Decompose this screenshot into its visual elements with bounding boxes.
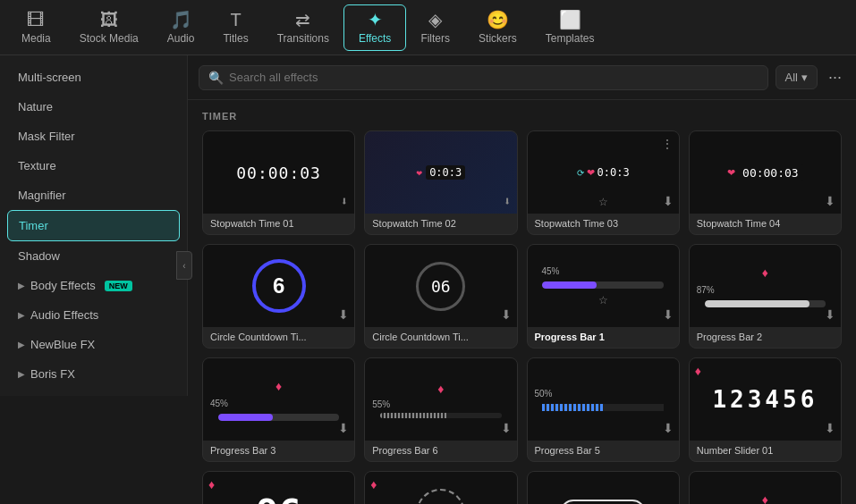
filter-chevron-icon: ▾ — [801, 71, 808, 84]
nav-titles[interactable]: T Titles — [208, 5, 262, 50]
progress-bar-3-visual — [218, 414, 339, 421]
filters-icon: ◈ — [428, 11, 442, 29]
star-icon-03[interactable]: ☆ — [598, 196, 608, 208]
nav-filters-label: Filters — [420, 32, 450, 45]
nav-effects-label: Effects — [359, 32, 391, 45]
card-label-progress-6: Progress Bar 6 — [365, 441, 516, 461]
download-icon-p2[interactable]: ⬇ — [825, 307, 835, 322]
sidebar-item-audio-effects-label: Audio Effects — [30, 308, 98, 322]
card-progress-8[interactable]: ♦ 80% ⬇ Progress Bar 8 — [689, 471, 842, 504]
card-stopwatch-02[interactable]: ❤ 0:0:3 ⬇ Stopwatch Time 02 — [364, 130, 517, 235]
effects-grid: 00:00:03 ⬇ Stopwatch Time 01 ❤ 0:0:3 ⬇ S… — [202, 130, 842, 504]
nav-stock-media[interactable]: 🖼 Stock Media — [65, 5, 153, 50]
sidebar-item-body-effects[interactable]: ▶ Body Effects NEW — [0, 271, 187, 300]
media-icon: 🎞 — [27, 11, 45, 29]
card-circle-02[interactable]: 06 ⬇ Circle Countdown Ti... — [364, 244, 517, 349]
card-stopwatch-04[interactable]: ❤ 00:00:03 ⬇ Stopwatch Time 04 — [689, 130, 842, 235]
newblue-arrow: ▶ — [18, 340, 25, 349]
flip-counter-visual: 96 — [247, 491, 310, 505]
card-thumb-progress-5: 50% ⬇ — [528, 358, 679, 441]
number-slider-visual: 123456 — [712, 386, 818, 413]
card-flip-counter[interactable]: ♦ 96 ⬇ Flip Counter 02 — [202, 471, 355, 504]
transitions-icon: ⇄ — [295, 11, 310, 29]
nav-filters[interactable]: ◈ Filters — [406, 5, 464, 50]
download-icon-c1[interactable]: ⬇ — [338, 307, 349, 322]
card-number-slider[interactable]: ♦ 123456 ⬇ Number Slider 01 — [689, 357, 842, 462]
card-progress-5[interactable]: 50% ⬇ Progress Bar 5 — [527, 357, 680, 462]
gem-icon-fc: ♦ — [208, 477, 215, 491]
sidebar: Multi-screen Nature Mask Filter Texture … — [0, 55, 188, 396]
card-stopwatch-03[interactable]: ⟳ ❤ 0:0:3 ☆ ⋮ ⬇ Stopwatch Time 03 — [527, 130, 680, 235]
card-thumb-progress-8: ♦ 80% ⬇ — [690, 472, 841, 504]
download-icon-03[interactable]: ⬇ — [663, 194, 674, 208]
templates-icon: ⬜ — [559, 11, 581, 29]
download-icon-p6[interactable]: ⬇ — [501, 421, 512, 435]
download-icon-ns[interactable]: ⬇ — [825, 421, 835, 435]
sidebar-item-boris-label: Boris FX — [30, 367, 75, 381]
search-input[interactable] — [229, 71, 759, 84]
sidebar-item-texture[interactable]: Texture — [0, 151, 187, 181]
card-circle-t3[interactable]: ♦ 00:16 ⬇ Circle Countdown Ti... — [364, 471, 517, 504]
nav-effects[interactable]: ✦ Effects — [343, 4, 406, 51]
download-icon[interactable]: ⬇ — [341, 194, 349, 208]
sidebar-item-audio-effects[interactable]: ▶ Audio Effects — [0, 300, 187, 330]
card-thumb-stopwatch-04: ❤ 00:00:03 ⬇ — [690, 131, 841, 214]
download-icon-c2[interactable]: ⬇ — [501, 307, 512, 322]
circle-countdown-02-visual: 06 — [416, 262, 465, 311]
gem-icon-ct3: ♦ — [370, 477, 377, 491]
nav-audio[interactable]: 🎵 Audio — [153, 5, 209, 50]
star-icon-p1[interactable]: ☆ — [598, 294, 608, 307]
card-progress-1[interactable]: 45% ☆ ⬇ Progress Bar 1 — [527, 244, 680, 349]
sidebar-item-newblue-fx[interactable]: ▶ NewBlue FX — [0, 330, 187, 359]
sidebar-item-magnifier[interactable]: Magnifier — [0, 181, 187, 210]
search-bar: 🔍 All ▾ ··· — [188, 55, 856, 100]
download-icon-02[interactable]: ⬇ — [504, 194, 511, 208]
search-input-wrap[interactable]: 🔍 — [199, 65, 768, 90]
sidebar-wrapper: Multi-screen Nature Mask Filter Texture … — [0, 55, 188, 504]
download-icon-04[interactable]: ⬇ — [825, 194, 835, 208]
stock-media-icon: 🖼 — [100, 11, 118, 29]
nav-transitions[interactable]: ⇄ Transitions — [263, 5, 343, 50]
card-label-circle-02: Circle Countdown Ti... — [365, 327, 516, 348]
more-icon-03[interactable]: ⋮ — [661, 137, 674, 151]
gem-icon-ns: ♦ — [695, 364, 701, 378]
card-progress-6[interactable]: ♦ 55% ⬇ Progress Bar 6 — [364, 357, 517, 462]
card-progress-2[interactable]: ♦ 87% ⬇ Progress Bar 2 — [689, 244, 842, 349]
card-label-circle-01: Circle Countdown Ti... — [203, 327, 354, 348]
card-label-progress-2: Progress Bar 2 — [690, 327, 841, 348]
filter-label: All — [785, 71, 798, 84]
sidebar-item-timer-label: Timer — [19, 219, 48, 232]
card-thumb-circle-02: 06 ⬇ — [365, 245, 516, 327]
card-stopwatch-01[interactable]: 00:00:03 ⬇ Stopwatch Time 01 — [202, 130, 355, 235]
stickers-icon: 😊 — [487, 11, 509, 29]
gem-icon-p6: ♦ — [437, 382, 444, 396]
download-icon-p1[interactable]: ⬇ — [663, 307, 674, 322]
card-thumb-progress-2: ♦ 87% ⬇ — [690, 245, 841, 327]
nav-templates[interactable]: ⬜ Templates — [531, 5, 609, 50]
download-icon-p3[interactable]: ⬇ — [338, 421, 349, 435]
card-thumb-progress-1: 45% ☆ ⬇ — [528, 245, 679, 327]
nav-titles-label: Titles — [223, 32, 248, 45]
sidebar-item-timer[interactable]: Timer — [7, 210, 180, 241]
sidebar-collapse-button[interactable]: ‹ — [176, 251, 192, 280]
sidebar-item-texture-label: Texture — [18, 159, 56, 172]
filter-dropdown-button[interactable]: All ▾ — [775, 65, 818, 89]
card-circle-01[interactable]: 6 ⬇ Circle Countdown Ti... — [202, 244, 355, 349]
nav-media[interactable]: 🎞 Media — [7, 5, 65, 50]
main-body: Multi-screen Nature Mask Filter Texture … — [0, 55, 856, 504]
grid-area: TIMER 00:00:03 ⬇ Stopwatch Time 01 ❤ 0 — [188, 100, 856, 504]
nav-stickers[interactable]: 😊 Stickers — [464, 5, 531, 50]
more-options-button[interactable]: ··· — [825, 64, 845, 90]
card-thumb-capsule-timer: 00:59:99 ⬇ — [528, 472, 679, 504]
download-icon-p5[interactable]: ⬇ — [663, 421, 674, 435]
sidebar-item-shadow[interactable]: Shadow — [0, 241, 187, 271]
sidebar-item-multi-screen[interactable]: Multi-screen — [0, 63, 187, 92]
card-label-stopwatch-02: Stopwatch Time 02 — [365, 214, 516, 234]
card-thumb-stopwatch-03: ⟳ ❤ 0:0:3 ☆ ⋮ ⬇ — [528, 131, 679, 214]
card-capsule-timer[interactable]: 00:59:99 ⬇ Capsule Shape Timer 01 — [527, 471, 680, 504]
card-thumb-progress-3: ♦ 45% ⬇ — [203, 358, 354, 441]
sidebar-item-nature[interactable]: Nature — [0, 92, 187, 122]
card-progress-3[interactable]: ♦ 45% ⬇ Progress Bar 3 — [202, 357, 355, 462]
sidebar-item-mask-filter[interactable]: Mask Filter — [0, 122, 187, 151]
sidebar-item-boris-fx[interactable]: ▶ Boris FX — [0, 359, 187, 389]
